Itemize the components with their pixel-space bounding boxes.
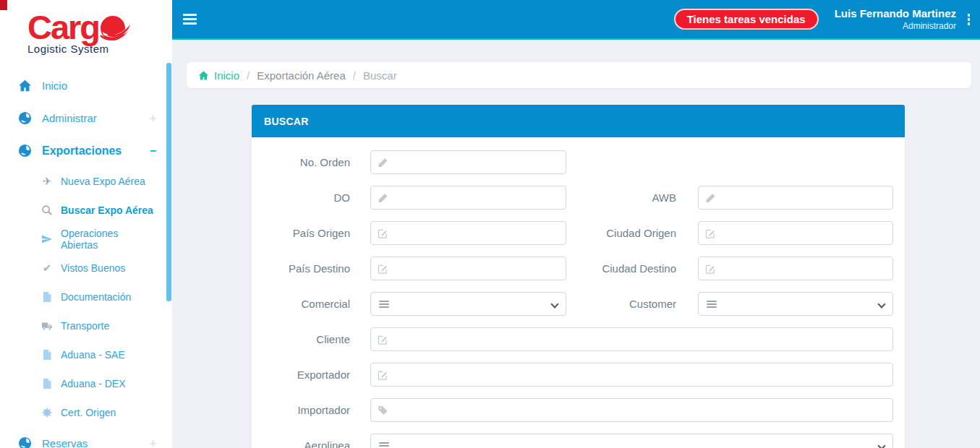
do-input[interactable] <box>370 186 566 210</box>
customer-select[interactable] <box>698 292 893 316</box>
brand-name: Carg <box>27 10 99 45</box>
sidebar-scrollbar[interactable] <box>166 63 171 301</box>
field-label: País Destino <box>252 262 350 275</box>
ciudad-origen-input[interactable] <box>698 221 893 245</box>
breadcrumb-separator: / <box>353 69 356 82</box>
plane-icon: ✈ <box>41 176 53 187</box>
certificate-icon <box>41 407 53 418</box>
form-row: Cliente <box>252 327 905 351</box>
overdue-tasks-badge[interactable]: Tienes tareas vencidas <box>674 9 819 30</box>
app-logo[interactable]: Carg Logistic System <box>0 0 172 64</box>
sidebar-item-inicio[interactable]: Inicio <box>0 69 172 102</box>
sidebar-item-label: Cert. Origen <box>61 407 116 418</box>
sidebar-item-label: Aduana - SAE <box>61 349 125 361</box>
field-label: Cliente <box>252 333 350 345</box>
user-menu[interactable]: Luis Fernando Martinez Administrador <box>835 7 956 31</box>
panel-title: BUSCAR <box>264 116 309 127</box>
user-role: Administrador <box>835 21 956 31</box>
comercial-select[interactable] <box>370 292 566 316</box>
field-label: Ciudad Origen <box>566 227 676 239</box>
breadcrumb-inicio[interactable]: Inicio <box>214 69 239 82</box>
pais-origen-input[interactable] <box>370 221 566 245</box>
sidebar-item-reservas[interactable]: Reservas + <box>0 427 172 448</box>
importador-input[interactable] <box>370 398 893 422</box>
breadcrumb-section: Exportación Aérea <box>257 69 346 82</box>
form-row: Comercial Customer <box>252 292 905 316</box>
no-orden-input[interactable] <box>370 150 566 174</box>
globe-icon <box>18 436 32 448</box>
sidebar-item-administrar[interactable]: Administrar + <box>0 102 172 134</box>
field-label: Aerolinea <box>252 439 350 448</box>
sidebar-item-label: Exportaciones <box>42 145 122 158</box>
main-content: Inicio / Exportación Aérea / Buscar BUSC… <box>172 40 980 448</box>
check-icon: ✔ <box>41 262 53 274</box>
field-label: País Origen <box>252 227 350 239</box>
sidebar-item-label: Vistos Buenos <box>61 262 125 274</box>
search-panel: BUSCAR No. Orden DO AWB <box>252 105 905 448</box>
exportador-input[interactable] <box>370 363 893 387</box>
menu-hamburger-icon[interactable] <box>183 12 197 27</box>
breadcrumb-separator: / <box>247 69 250 82</box>
pais-destino-input[interactable] <box>370 257 566 280</box>
brand-subtitle: Logistic System <box>27 43 172 55</box>
aerolinea-select[interactable] <box>370 434 893 448</box>
truck-icon <box>41 320 53 332</box>
paper-plane-icon <box>41 233 53 245</box>
sidebar-item-label: Inicio <box>42 79 67 92</box>
ciudad-destino-input[interactable] <box>698 257 893 280</box>
sidebar-item-documentacion[interactable]: Documentación <box>0 283 172 311</box>
list-icon <box>379 299 389 309</box>
search-panel-body: No. Orden DO AWB <box>252 137 905 448</box>
form-row: Importador <box>252 398 905 422</box>
exportaciones-submenu: ✈ Nueva Expo Aérea Buscar Expo Aérea Ope… <box>0 167 172 427</box>
cliente-input[interactable] <box>370 327 893 351</box>
sidebar-item-buscar-expo-aerea[interactable]: Buscar Expo Aérea <box>0 196 172 225</box>
breadcrumb: Inicio / Exportación Aérea / Buscar <box>187 62 971 88</box>
field-label: Importador <box>252 404 350 416</box>
sidebar-item-label: Reservas <box>42 437 88 448</box>
form-row: No. Orden <box>252 150 905 174</box>
field-label: Comercial <box>252 298 350 310</box>
search-icon <box>41 204 53 216</box>
sidebar-item-cert-origen[interactable]: Cert. Origen <box>0 398 172 427</box>
field-label: No. Orden <box>252 156 350 168</box>
sidebar-item-label: Buscar Expo Aérea <box>61 204 153 216</box>
form-row: DO AWB <box>252 186 905 210</box>
sidebar-item-aduana-sae[interactable]: Aduana - SAE <box>0 340 172 369</box>
form-row: País Destino Ciudad Destino <box>252 257 905 280</box>
search-panel-header: BUSCAR <box>252 105 905 137</box>
chevron-down-icon <box>877 441 885 448</box>
sidebar: Carg Logistic System Inicio Administrar … <box>0 0 172 448</box>
sidebar-item-operaciones-abiertas[interactable]: Operaciones Abiertas <box>0 225 172 254</box>
ellipsis-v-icon[interactable] <box>966 11 971 28</box>
chevron-down-icon <box>877 300 885 308</box>
field-label: Customer <box>566 298 676 310</box>
sidebar-item-transporte[interactable]: Transporte <box>0 311 172 340</box>
sidebar-nav: Inicio Administrar + Exportaciones − ✈ N… <box>0 69 172 448</box>
form-row: País Origen Ciudad Origen <box>252 221 905 245</box>
plus-icon[interactable]: + <box>150 112 156 125</box>
sidebar-item-nueva-expo-aerea[interactable]: ✈ Nueva Expo Aérea <box>0 167 172 196</box>
file-icon <box>41 291 53 303</box>
breadcrumb-current: Buscar <box>363 69 397 82</box>
sidebar-item-vistos-buenos[interactable]: ✔ Vistos Buenos <box>0 254 172 283</box>
home-icon <box>18 79 32 92</box>
sidebar-item-exportaciones[interactable]: Exportaciones − <box>0 134 172 167</box>
sidebar-item-label: Aduana - DEX <box>61 378 126 389</box>
field-label: DO <box>252 191 350 204</box>
file-icon <box>41 378 53 389</box>
plus-icon[interactable]: + <box>150 437 156 448</box>
logo-swoosh-o-icon <box>98 12 130 44</box>
home-icon <box>198 70 209 81</box>
sidebar-item-aduana-dex[interactable]: Aduana - DEX <box>0 369 172 398</box>
awb-input[interactable] <box>698 186 893 210</box>
chevron-down-icon <box>550 300 558 308</box>
field-label: AWB <box>566 191 676 204</box>
field-label: Ciudad Destino <box>566 262 676 275</box>
globe-icon <box>18 111 32 125</box>
globe-icon <box>18 144 32 158</box>
topbar: Tienes tareas vencidas Luis Fernando Mar… <box>172 0 980 40</box>
user-name: Luis Fernando Martinez <box>835 7 956 20</box>
minus-icon[interactable]: − <box>150 145 156 158</box>
sidebar-item-label: Transporte <box>61 320 109 332</box>
